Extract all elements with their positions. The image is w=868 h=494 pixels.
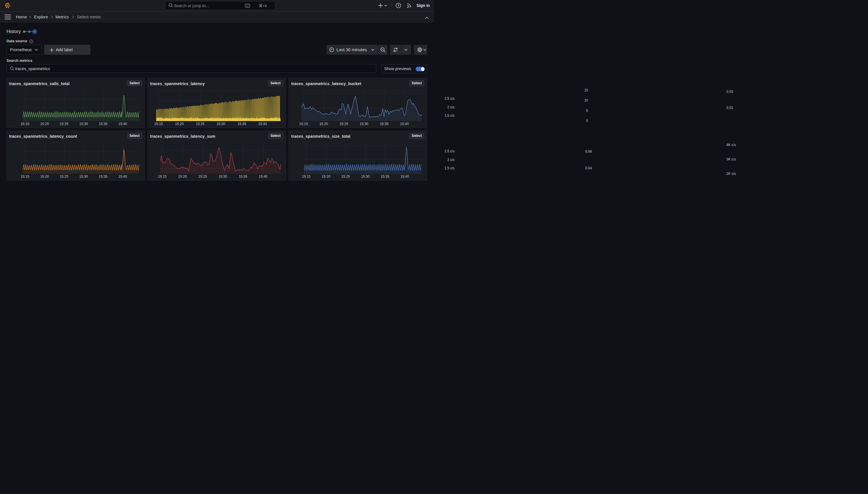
svg-text:?: ?: [397, 4, 399, 7]
